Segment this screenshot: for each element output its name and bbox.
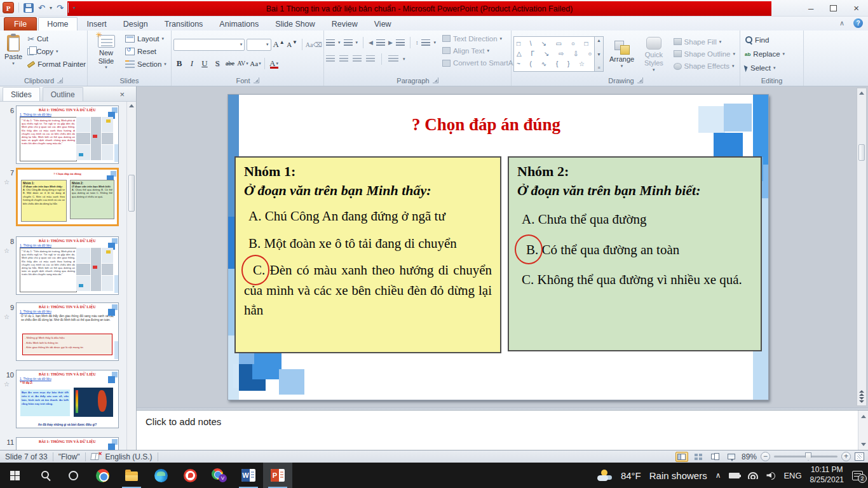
- restore-icon[interactable]: [830, 5, 837, 11]
- tab-transitions[interactable]: Transitions: [156, 17, 212, 30]
- paste-button[interactable]: Paste ▾: [2, 32, 25, 67]
- italic-button[interactable]: I: [186, 57, 198, 70]
- new-slide-button[interactable]: New Slide ▾: [90, 32, 123, 71]
- wifi-icon[interactable]: [748, 472, 758, 479]
- weather-description[interactable]: Rain showers: [649, 470, 707, 481]
- bullets-icon[interactable]: [326, 39, 335, 46]
- arrange-button[interactable]: Arrange▾: [607, 38, 637, 70]
- slide-thumbnail-7-selected[interactable]: 7 ☆ ? Chọn đáp án đúng Nhóm 1: Ở đoạn vă…: [0, 168, 125, 229]
- notes-pane[interactable]: Click to add notes: [137, 410, 868, 450]
- justify-icon[interactable]: [366, 55, 375, 62]
- decrease-indent-icon[interactable]: ◀: [369, 40, 373, 46]
- reset-button[interactable]: Reset: [123, 45, 169, 58]
- spellcheck-icon[interactable]: [90, 453, 100, 460]
- customize-qat-icon[interactable]: ▾: [73, 5, 76, 11]
- language-indicator[interactable]: English (U.S.): [105, 452, 153, 461]
- tab-view[interactable]: View: [366, 17, 400, 30]
- replace-button[interactable]: abReplace▾: [742, 48, 801, 60]
- next-slide-button[interactable]: [857, 397, 866, 403]
- weather-icon[interactable]: [597, 470, 613, 481]
- zoom-slider-thumb[interactable]: [805, 452, 811, 461]
- zoom-in-button[interactable]: +: [841, 452, 851, 461]
- drawing-dialog-launcher-icon[interactable]: [637, 78, 643, 83]
- copy-button[interactable]: Copy▾: [25, 45, 88, 58]
- taskbar-search-button[interactable]: [29, 463, 58, 488]
- current-slide[interactable]: ? Chọn đáp án đúng Nhóm 1: Ở đoạn văn tr…: [227, 94, 769, 400]
- text-shadow-button[interactable]: S: [212, 57, 223, 70]
- panel-close-icon[interactable]: ×: [119, 90, 125, 99]
- scroll-up-icon[interactable]: [859, 92, 864, 95]
- shapes-row-1[interactable]: □ \ ↘ ▭ ○ □: [517, 41, 592, 47]
- shrink-font-button[interactable]: A▼: [287, 38, 298, 51]
- font-color-button[interactable]: A▾: [268, 57, 280, 70]
- tab-home[interactable]: Home: [38, 17, 77, 30]
- tab-file[interactable]: File: [4, 17, 37, 30]
- increase-indent-icon[interactable]: ▶: [388, 40, 393, 46]
- save-icon[interactable]: [24, 3, 34, 13]
- bold-button[interactable]: B: [173, 57, 185, 70]
- slideshow-view-button[interactable]: [725, 452, 738, 462]
- scroll-down-icon[interactable]: [861, 443, 866, 446]
- zoom-level[interactable]: 89%: [742, 452, 757, 461]
- underline-button[interactable]: U: [199, 57, 210, 70]
- scrollbar-thumb[interactable]: [858, 144, 865, 161]
- tab-design[interactable]: Design: [115, 17, 156, 30]
- group1-textbox[interactable]: Nhóm 1: Ở đoạn văn trên bạn Minh thấy: A…: [234, 156, 501, 353]
- scroll-up-icon[interactable]: [861, 415, 866, 418]
- normal-view-button[interactable]: [675, 452, 688, 462]
- tab-review[interactable]: Review: [323, 17, 366, 30]
- tab-slides-panel[interactable]: Slides: [3, 87, 40, 101]
- hidden-icons-chevron[interactable]: ∧: [715, 471, 721, 480]
- slide-sorter-view-button[interactable]: [692, 452, 705, 462]
- shapes-gallery-scroll[interactable]: ▲▼≡: [595, 36, 604, 72]
- tab-outline-panel[interactable]: Outline: [43, 87, 83, 101]
- select-button[interactable]: Select▾: [742, 62, 801, 74]
- file-explorer-taskbar-button[interactable]: [117, 463, 146, 488]
- align-center-icon[interactable]: [339, 55, 348, 62]
- character-spacing-button[interactable]: AV▾: [237, 57, 248, 70]
- font-dialog-launcher-icon[interactable]: [254, 78, 259, 83]
- format-painter-button[interactable]: Format Painter: [25, 58, 88, 71]
- numbering-icon[interactable]: [344, 39, 353, 46]
- clear-formatting-button[interactable]: Aa⌫: [306, 38, 322, 51]
- shapes-gallery[interactable]: □ \ ↘ ▭ ○ □ △ Γ ↘ ⇨ ⇩ ○ ~ ( ∿ { } ☆: [513, 36, 595, 72]
- columns-icon[interactable]: [388, 55, 398, 62]
- zoom-slider[interactable]: [774, 456, 837, 458]
- collapse-ribbon-icon[interactable]: ∧: [839, 19, 844, 27]
- layout-button[interactable]: Layout▾: [123, 32, 169, 45]
- slide-scrollbar[interactable]: [857, 88, 867, 406]
- theme-name[interactable]: "Flow": [58, 452, 80, 461]
- slide-title[interactable]: ? Chọn đáp án đúng: [228, 115, 744, 135]
- close-icon[interactable]: ×: [853, 3, 859, 13]
- edge-taskbar-button[interactable]: [146, 463, 175, 488]
- notes-scrollbar[interactable]: [858, 410, 868, 451]
- shape-outline-button[interactable]: Shape Outline▾: [671, 48, 738, 60]
- align-right-icon[interactable]: [353, 55, 362, 62]
- scroll-up-icon[interactable]: [129, 104, 134, 107]
- undo-dropdown-icon[interactable]: ▾: [50, 5, 52, 11]
- help-icon[interactable]: ?: [853, 18, 863, 28]
- previous-slide-button[interactable]: [857, 390, 866, 396]
- tab-slide-show[interactable]: Slide Show: [267, 17, 323, 30]
- strikethrough-button[interactable]: abe: [224, 57, 236, 70]
- align-left-icon[interactable]: [326, 55, 335, 62]
- fit-to-window-icon[interactable]: [855, 452, 864, 461]
- notes-placeholder[interactable]: Click to add notes: [146, 416, 221, 427]
- battery-icon[interactable]: [729, 473, 740, 478]
- line-spacing-icon[interactable]: ↕: [416, 40, 419, 46]
- tab-insert[interactable]: Insert: [79, 17, 115, 30]
- shapes-row-2[interactable]: △ Γ ↘ ⇨ ⇩ ○: [517, 51, 592, 57]
- font-name-combobox[interactable]: ▾: [173, 39, 245, 51]
- cortana-button[interactable]: [58, 463, 88, 488]
- thumbnails-scrollbar[interactable]: [126, 102, 136, 450]
- find-button[interactable]: Find: [742, 34, 801, 46]
- section-button[interactable]: Section▾: [123, 58, 169, 71]
- slide-thumbnail-6[interactable]: 6 BÀI 1: THÔNG TIN VÀ DỮ LIỆU 1. Thông t…: [0, 105, 125, 164]
- cut-button[interactable]: ✂Cut: [25, 32, 88, 45]
- slide-thumbnail-8[interactable]: 8 ☆ BÀI 1: THÔNG TIN VÀ DỮ LIỆU 1. Thông…: [0, 236, 125, 295]
- font-size-combobox[interactable]: ▾: [247, 39, 271, 51]
- quick-styles-button[interactable]: Quick Styles▾: [640, 34, 667, 73]
- group2-textbox[interactable]: Nhóm 2: Ở đoạn văn trên bạn Minh biết: A…: [508, 156, 762, 351]
- chrome-taskbar-button[interactable]: [88, 463, 117, 488]
- speaker-icon[interactable]: [766, 471, 775, 479]
